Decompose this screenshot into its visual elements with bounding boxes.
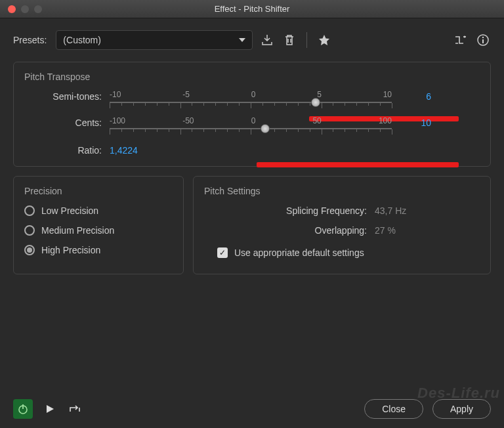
bottom-bar: Close Apply	[13, 399, 491, 419]
low-precision-radio[interactable]: Low Precision	[24, 205, 173, 216]
trash-icon[interactable]	[282, 32, 297, 48]
overlap-label: Overlapping:	[204, 225, 375, 236]
zoom-window-icon[interactable]	[34, 5, 42, 13]
favorite-star-icon[interactable]	[316, 32, 332, 48]
ratio-value[interactable]: 1,4224	[110, 145, 138, 156]
cents-slider[interactable]: -100 -50 0 50 100	[110, 116, 392, 129]
checkbox-icon: ✓	[217, 247, 228, 258]
overlap-value[interactable]: 27 %	[375, 225, 396, 236]
chevron-down-icon	[239, 38, 245, 42]
toolbar-divider	[306, 32, 307, 48]
high-precision-radio[interactable]: High Precision	[24, 245, 173, 255]
loop-icon[interactable]	[67, 401, 83, 417]
pitch-transpose-group: Pitch Transpose Semi-tones: -10 -5 0 5 1…	[13, 62, 491, 167]
precision-group: Precision Low Precision Medium Precision…	[13, 176, 184, 274]
defaults-checkbox[interactable]: ✓ Use appropriate default settings	[204, 247, 480, 258]
close-window-icon[interactable]	[8, 5, 16, 13]
splicing-label: Splicing Frequency:	[204, 205, 375, 216]
pitch-settings-title: Pitch Settings	[204, 186, 480, 196]
semitones-slider[interactable]: -10 -5 0 5 10	[110, 90, 392, 103]
cents-row: Cents: -100 -50 0 50 100 10	[24, 116, 480, 129]
presets-value: (Custom)	[63, 35, 101, 45]
ratio-row: Ratio: 1,4224	[24, 145, 480, 156]
presets-dropdown[interactable]: (Custom)	[56, 30, 253, 50]
splicing-row: Splicing Frequency: 43,7 Hz	[204, 205, 480, 216]
svg-rect-3	[482, 39, 484, 43]
pitch-settings-group: Pitch Settings Splicing Frequency: 43,7 …	[193, 176, 491, 274]
annotation-bar	[257, 162, 459, 167]
splicing-value[interactable]: 43,7 Hz	[375, 205, 406, 216]
radio-icon	[24, 225, 35, 236]
play-icon[interactable]	[42, 401, 58, 417]
radio-icon	[24, 205, 35, 216]
title-bar: Effect - Pitch Shifter	[0, 0, 504, 18]
preset-row: Presets: (Custom)	[13, 30, 491, 50]
medium-precision-radio[interactable]: Medium Precision	[24, 225, 173, 236]
routing-icon[interactable]	[453, 32, 469, 48]
window-title: Effect - Pitch Shifter	[215, 4, 290, 14]
semitones-label: Semi-tones:	[24, 91, 110, 102]
presets-label: Presets:	[13, 35, 47, 45]
radio-icon	[24, 245, 35, 255]
semitones-value[interactable]: 6	[392, 91, 431, 102]
cents-value[interactable]: 10	[392, 118, 431, 128]
close-button[interactable]: Close	[364, 399, 423, 419]
semitones-row: Semi-tones: -10 -5 0 5 10 6	[24, 90, 480, 103]
window-controls	[0, 5, 42, 13]
watermark: Des-Life.ru	[417, 385, 500, 402]
cents-label: Cents:	[24, 118, 110, 128]
precision-title: Precision	[24, 186, 173, 196]
info-icon[interactable]	[475, 32, 491, 48]
minimize-window-icon[interactable]	[21, 5, 29, 13]
ratio-label: Ratio:	[24, 145, 110, 156]
overlap-row: Overlapping: 27 %	[204, 225, 480, 236]
svg-point-2	[482, 37, 484, 38]
svg-point-0	[464, 36, 466, 38]
pitch-transpose-title: Pitch Transpose	[24, 72, 480, 82]
apply-button[interactable]: Apply	[432, 399, 491, 419]
power-button[interactable]	[13, 399, 33, 419]
save-preset-icon[interactable]	[259, 32, 275, 48]
